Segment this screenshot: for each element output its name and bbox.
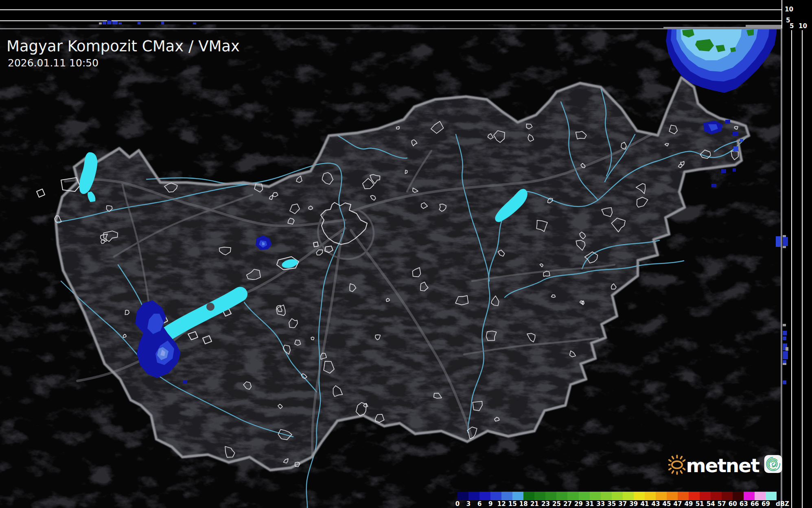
legend-swatch <box>579 492 590 500</box>
legend-swatch <box>457 492 468 500</box>
legend-unit-label: dBZ <box>776 500 789 508</box>
legend-swatch <box>567 492 578 500</box>
legend-tick-label: 37 <box>618 500 627 508</box>
legend-tick-label: 43 <box>651 500 660 508</box>
legend-tick-label: 47 <box>674 500 682 508</box>
legend-swatch <box>468 492 479 500</box>
legend-swatch <box>656 492 667 500</box>
top-gridline-5 <box>0 20 782 21</box>
right-axis-tick-5: 5 <box>790 23 794 29</box>
legend-swatch <box>623 492 634 500</box>
legend-tick-label: 15 <box>508 500 517 508</box>
legend-tick-label: 9 <box>488 500 492 508</box>
sun-icon <box>668 446 685 482</box>
metnet-logo-text: metnet <box>686 454 759 477</box>
legend-swatch <box>523 492 534 500</box>
legend-tick-label: 18 <box>519 500 528 508</box>
legend-swatch <box>534 492 545 500</box>
legend-tick-label: 41 <box>640 500 649 508</box>
top-profile-strip <box>0 0 812 29</box>
legend-swatch <box>711 492 722 500</box>
right-gridline-10 <box>802 30 803 508</box>
legend-swatch <box>766 492 777 500</box>
legend-swatch <box>744 492 755 500</box>
right-profile-strip <box>782 24 812 508</box>
top-gridline-10 <box>0 9 782 10</box>
legend-tick-label: 51 <box>696 500 704 508</box>
legend-swatch <box>722 492 733 500</box>
legend-swatch <box>612 492 623 500</box>
right-gridline-5 <box>791 30 792 508</box>
legend-tick-label: 54 <box>707 500 715 508</box>
right-axis-tick-10: 10 <box>799 23 807 29</box>
legend-swatch <box>501 492 512 500</box>
legend-tick-label: 49 <box>685 500 693 508</box>
legend-tick-label: 23 <box>541 500 550 508</box>
legend-swatch <box>634 492 645 500</box>
legend-swatch <box>556 492 567 500</box>
dbz-color-legend: 0369121518212325272931333537394143454749… <box>454 490 781 508</box>
legend-tick-label: 57 <box>718 500 726 508</box>
legend-tick-label: 35 <box>607 500 616 508</box>
legend-swatches <box>457 492 777 500</box>
legend-tick-label: 66 <box>751 500 759 508</box>
legend-tick-label: 6 <box>477 500 482 508</box>
legend-labels: 0369121518212325272931333537394143454749… <box>457 500 779 508</box>
legend-tick-label: 63 <box>740 500 748 508</box>
legend-swatch <box>678 492 689 500</box>
legend-swatch <box>590 492 601 500</box>
metnet-branding: metnet <box>668 445 782 483</box>
legend-tick-label: 27 <box>563 500 572 508</box>
legend-swatch <box>667 492 678 500</box>
legend-swatch <box>545 492 556 500</box>
legend-tick-label: 25 <box>552 500 561 508</box>
legend-swatch <box>733 492 744 500</box>
legend-tick-label: 12 <box>497 500 506 508</box>
legend-swatch <box>512 492 523 500</box>
legend-tick-label: 0 <box>455 500 460 508</box>
legend-swatch <box>645 492 656 500</box>
legend-swatch <box>700 492 711 500</box>
legend-tick-label: 31 <box>585 500 594 508</box>
legend-tick-label: 21 <box>530 500 539 508</box>
tihany-peninsula <box>206 303 214 311</box>
legend-swatch <box>601 492 612 500</box>
legend-swatch <box>479 492 490 500</box>
legend-tick-label: 45 <box>663 500 671 508</box>
legend-tick-label: 60 <box>729 500 737 508</box>
radar-map <box>0 0 812 508</box>
legend-tick-label: 3 <box>466 500 471 508</box>
legend-tick-label: 29 <box>574 500 583 508</box>
timestamp: 2026.01.11 10:50 <box>8 57 98 69</box>
legend-swatch <box>490 492 501 500</box>
page-title: Magyar Kompozit CMax / VMax <box>7 37 240 55</box>
legend-tick-label: 69 <box>762 500 770 508</box>
legend-swatch <box>755 492 766 500</box>
top-axis-tick-10: 10 <box>785 7 793 13</box>
legend-swatch <box>689 492 700 500</box>
legend-tick-label: 39 <box>629 500 638 508</box>
legend-tick-label: 33 <box>596 500 605 508</box>
metnet-app-icon <box>764 449 782 479</box>
radar-composite-screen: Magyar Kompozit CMax / VMax 2026.01.11 1… <box>0 0 812 508</box>
